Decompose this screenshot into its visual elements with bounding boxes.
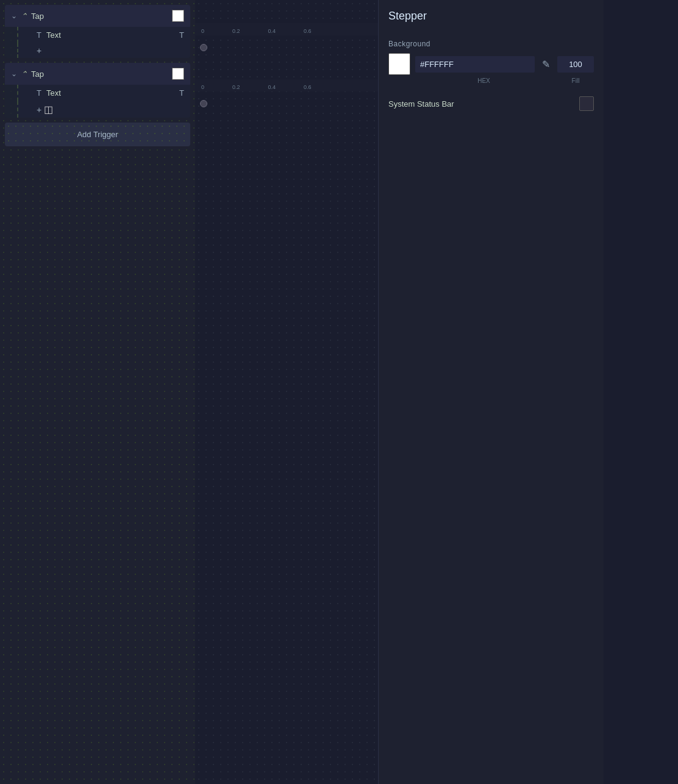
tap-label-2: Tap: [31, 69, 168, 79]
ruler-mark2-02: 0.2: [232, 84, 240, 90]
trigger-children-2: T Text T + ◫: [5, 85, 190, 118]
text-label-1: Text: [46, 30, 174, 40]
child-item-2[interactable]: T Text T: [17, 85, 190, 101]
background-label: Background: [388, 40, 594, 48]
chevron-down-icon-2: ⌄: [11, 69, 17, 78]
child-item-1[interactable]: T Text T: [17, 27, 190, 43]
ruler-mark2-04: 0.4: [268, 84, 276, 90]
fill-label: Fill: [557, 77, 594, 84]
right-panel: Stepper Background ✎ HEX Fill System Sta…: [378, 0, 604, 784]
add-child-row-2[interactable]: + ◫: [17, 101, 190, 118]
trigger-header-1[interactable]: ⌄ ⌃ Tap: [5, 5, 190, 27]
trigger-children-1: T Text T +: [5, 27, 190, 58]
ruler-mark-06: 0.6: [304, 28, 312, 34]
add-trigger-button[interactable]: Add Trigger: [5, 123, 190, 146]
color-preview[interactable]: [388, 53, 410, 75]
color-swatch-1[interactable]: [172, 10, 184, 22]
chevron-down-icon: ⌄: [11, 12, 17, 20]
plus-icon-2: +: [37, 105, 41, 115]
ruler-marks-2: 0 0.2 0.4 0.6: [195, 84, 378, 90]
plus-icon-1: +: [37, 46, 41, 55]
color-row: ✎: [388, 53, 594, 75]
text-format-icon-1: T: [179, 30, 184, 40]
circle-row-1: [195, 35, 378, 60]
text-type-icon-1: T: [37, 30, 41, 40]
circle-row-2: [195, 91, 378, 116]
eyedropper-button[interactable]: ✎: [540, 56, 552, 73]
panel-title: Stepper: [388, 10, 594, 27]
background-section: Background ✎ HEX Fill: [388, 40, 594, 84]
timeline-ruler-2: 0 0.2 0.4 0.6: [195, 79, 378, 91]
system-status-toggle[interactable]: [579, 96, 594, 111]
text-label-2: Text: [46, 88, 174, 98]
tap-label-1: Tap: [31, 12, 168, 21]
tap-icon-2: ⌃: [21, 69, 27, 79]
ruler-mark-04: 0.4: [268, 28, 276, 34]
cursor-indicator: ◫: [44, 104, 53, 115]
system-status-label: System Status Bar: [388, 99, 454, 109]
fill-input[interactable]: [557, 56, 594, 73]
ruler-mark2-0: 0: [201, 84, 204, 90]
color-labels: HEX Fill: [388, 77, 594, 84]
timeline-ruler-1: 0 0.2 0.4 0.6: [195, 23, 378, 35]
ruler-mark-0: 0: [201, 28, 204, 34]
hex-label: HEX: [415, 77, 552, 84]
color-swatch-2[interactable]: [172, 68, 184, 80]
ruler-mark2-06: 0.6: [304, 84, 312, 90]
tap-icon-1: ⌃: [21, 12, 27, 21]
trigger-block-1: ⌄ ⌃ Tap T Text T +: [5, 5, 190, 58]
ruler-mark-02: 0.2: [232, 28, 240, 34]
trigger-block-2: ⌄ ⌃ Tap T Text T + ◫: [5, 63, 190, 118]
ruler-marks-1: 0 0.2 0.4 0.6: [195, 28, 378, 34]
text-type-icon-2: T: [37, 88, 41, 98]
trigger-header-2[interactable]: ⌄ ⌃ Tap: [5, 63, 190, 85]
add-child-row-1[interactable]: +: [17, 43, 190, 58]
timeline-circle-1: [200, 44, 207, 51]
hex-input[interactable]: [415, 56, 535, 73]
system-status-section: System Status Bar: [388, 96, 594, 111]
spacer-1: [195, 60, 378, 79]
text-format-icon-2: T: [179, 88, 184, 98]
timeline-area: 0 0.2 0.4 0.6 0 0.2 0.4 0.6: [195, 0, 378, 784]
timeline-circle-2: [200, 100, 207, 107]
triggers-column: ⌄ ⌃ Tap T Text T +: [0, 0, 195, 784]
